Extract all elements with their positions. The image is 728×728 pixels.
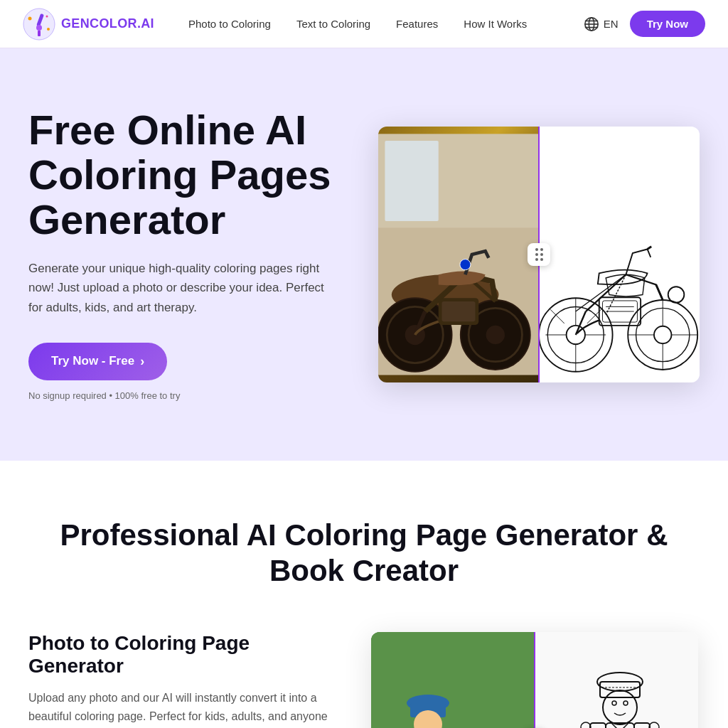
svg-point-2	[36, 25, 42, 31]
hero-cta-label: Try Now - Free	[51, 354, 134, 368]
try-now-button[interactable]: Try Now	[630, 11, 705, 37]
child-photo-svg	[371, 632, 535, 728]
drag-dot	[540, 258, 543, 261]
svg-rect-3	[38, 31, 41, 36]
nav-photo-to-coloring[interactable]: Photo to Coloring	[188, 18, 271, 30]
section2-compare-divider	[534, 632, 535, 728]
svg-rect-25	[539, 134, 700, 375]
logo-icon	[23, 8, 55, 41]
hero-cta-button[interactable]: Try Now - Free ›	[28, 343, 167, 380]
language-selector[interactable]: EN	[584, 16, 619, 32]
child-sketch-svg	[535, 632, 698, 728]
hero-title: Free Online AI Coloring Pages Generator	[28, 108, 350, 242]
hero-description: Generate your unique high-quality colori…	[28, 259, 341, 317]
globe-icon	[584, 16, 599, 32]
svg-point-21	[486, 326, 505, 344]
hero-left: Free Online AI Coloring Pages Generator …	[28, 108, 350, 400]
svg-rect-48	[371, 632, 535, 728]
motorcycle-photo	[378, 127, 539, 382]
svg-point-24	[460, 259, 471, 270]
section2-title: Professional AI Coloring Page Generator …	[28, 518, 700, 589]
section2-feature-left: Photo to Coloring Page Generator Upload …	[28, 632, 341, 728]
svg-point-5	[47, 28, 50, 31]
drag-dot	[535, 253, 538, 256]
section2: Professional AI Coloring Page Generator …	[0, 461, 728, 728]
section2-feature-title: Photo to Coloring Page Generator	[28, 632, 341, 678]
drag-dot	[535, 248, 538, 251]
nav-text-to-coloring[interactable]: Text to Coloring	[296, 18, 370, 30]
svg-rect-14	[385, 141, 438, 221]
section2-feature-right	[370, 632, 700, 728]
section2-grid: Photo to Coloring Page Generator Upload …	[28, 632, 700, 728]
cta-arrow-icon: ›	[140, 354, 144, 369]
drag-dots-top	[535, 248, 543, 251]
sketch-side	[539, 127, 700, 382]
drag-dots-mid	[535, 253, 543, 256]
nav-right: EN Try Now	[584, 11, 705, 37]
photo-side	[378, 127, 539, 382]
drag-dot	[535, 258, 538, 261]
hero-cta-wrap: Try Now - Free ›	[28, 343, 350, 390]
section2-feature-desc: Upload any photo and our AI will instant…	[28, 689, 341, 728]
hero-section: Free Online AI Coloring Pages Generator …	[0, 48, 728, 461]
brand-name: GENCOLOR.AI	[61, 16, 154, 31]
svg-point-6	[46, 15, 48, 17]
child-sketch-side	[535, 632, 698, 728]
hero-image-compare	[378, 127, 700, 382]
drag-dots-bot	[535, 258, 543, 261]
svg-rect-60	[535, 632, 698, 728]
nav-links: Photo to Coloring Text to Coloring Featu…	[188, 18, 584, 30]
motorcycle-sketch	[539, 127, 700, 382]
nav-features[interactable]: Features	[396, 18, 438, 30]
logo[interactable]: GENCOLOR.AI	[23, 8, 154, 41]
svg-rect-23	[441, 301, 475, 321]
compare-drag-handle[interactable]	[528, 243, 550, 266]
child-photo-side	[371, 632, 535, 728]
drag-dot	[540, 253, 543, 256]
nav-how-it-works[interactable]: How It Works	[464, 18, 527, 30]
svg-point-4	[28, 16, 32, 20]
hero-right	[378, 127, 700, 382]
navbar: GENCOLOR.AI Photo to Coloring Text to Co…	[0, 0, 728, 48]
section2-image-compare	[371, 632, 698, 728]
hero-note: No signup required • 100% free to try	[28, 390, 350, 401]
lang-label: EN	[604, 18, 619, 30]
drag-dot	[540, 248, 543, 251]
